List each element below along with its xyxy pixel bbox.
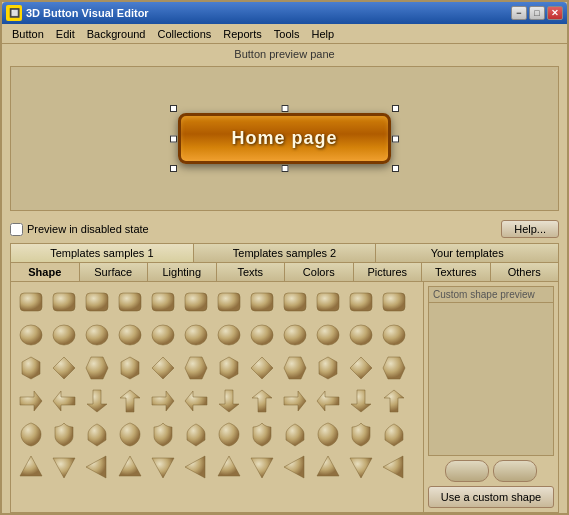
shape-item[interactable] bbox=[114, 451, 146, 483]
shape-item[interactable] bbox=[15, 286, 47, 318]
shape-item[interactable] bbox=[147, 286, 179, 318]
shape-item[interactable] bbox=[81, 451, 113, 483]
shape-item[interactable] bbox=[180, 418, 212, 450]
subtab-lighting[interactable]: Lighting bbox=[148, 263, 217, 281]
shape-item[interactable] bbox=[312, 418, 344, 450]
shape-item[interactable] bbox=[345, 418, 377, 450]
shape-small-btn-1[interactable] bbox=[445, 460, 489, 482]
shape-item[interactable] bbox=[213, 418, 245, 450]
shape-item[interactable] bbox=[48, 352, 80, 384]
shape-item[interactable] bbox=[279, 352, 311, 384]
disabled-state-checkbox-label[interactable]: Preview in disabled state bbox=[10, 223, 149, 236]
shape-item[interactable] bbox=[15, 418, 47, 450]
shape-item[interactable] bbox=[48, 385, 80, 417]
help-button[interactable]: Help... bbox=[501, 220, 559, 238]
menu-reports[interactable]: Reports bbox=[217, 26, 268, 42]
shape-item[interactable] bbox=[114, 418, 146, 450]
shape-item[interactable] bbox=[180, 451, 212, 483]
shape-item[interactable] bbox=[345, 352, 377, 384]
shape-item[interactable] bbox=[114, 286, 146, 318]
menu-collections[interactable]: Collections bbox=[152, 26, 218, 42]
menu-edit[interactable]: Edit bbox=[50, 26, 81, 42]
shape-item[interactable] bbox=[15, 451, 47, 483]
shape-item[interactable] bbox=[81, 385, 113, 417]
shape-item[interactable] bbox=[114, 385, 146, 417]
shape-item[interactable] bbox=[246, 319, 278, 351]
shape-item[interactable] bbox=[246, 352, 278, 384]
shape-item[interactable] bbox=[312, 286, 344, 318]
shape-item[interactable] bbox=[114, 352, 146, 384]
shape-item[interactable] bbox=[180, 319, 212, 351]
shape-item[interactable] bbox=[147, 319, 179, 351]
shape-item[interactable] bbox=[15, 319, 47, 351]
shape-item[interactable] bbox=[345, 286, 377, 318]
shape-item[interactable] bbox=[48, 418, 80, 450]
shape-item[interactable] bbox=[378, 451, 410, 483]
shape-item[interactable] bbox=[81, 286, 113, 318]
shape-item[interactable] bbox=[147, 418, 179, 450]
shape-item[interactable] bbox=[345, 319, 377, 351]
shape-item[interactable] bbox=[81, 319, 113, 351]
disabled-state-checkbox[interactable] bbox=[10, 223, 23, 236]
shape-item[interactable] bbox=[147, 451, 179, 483]
subtab-shape[interactable]: Shape bbox=[11, 263, 80, 281]
use-custom-shape-button[interactable]: Use a custom shape bbox=[428, 486, 554, 508]
shape-item[interactable] bbox=[345, 385, 377, 417]
shape-item[interactable] bbox=[378, 385, 410, 417]
shape-item[interactable] bbox=[213, 451, 245, 483]
shape-item[interactable] bbox=[312, 352, 344, 384]
template-tab-1[interactable]: Templates samples 1 bbox=[11, 244, 194, 262]
shape-item[interactable] bbox=[279, 385, 311, 417]
shape-item[interactable] bbox=[312, 385, 344, 417]
shape-item[interactable] bbox=[81, 352, 113, 384]
subtab-pictures[interactable]: Pictures bbox=[354, 263, 423, 281]
shape-item[interactable] bbox=[246, 385, 278, 417]
shape-item[interactable] bbox=[48, 319, 80, 351]
template-tab-2[interactable]: Templates samples 2 bbox=[194, 244, 377, 262]
shape-item[interactable] bbox=[114, 319, 146, 351]
shape-item[interactable] bbox=[213, 385, 245, 417]
subtab-surface[interactable]: Surface bbox=[80, 263, 149, 281]
shape-item[interactable] bbox=[279, 451, 311, 483]
shape-small-btn-2[interactable] bbox=[493, 460, 537, 482]
minimize-button[interactable]: − bbox=[511, 6, 527, 20]
menu-help[interactable]: Help bbox=[306, 26, 341, 42]
shape-item[interactable] bbox=[279, 286, 311, 318]
shape-item[interactable] bbox=[180, 385, 212, 417]
shape-item[interactable] bbox=[48, 286, 80, 318]
shape-item[interactable] bbox=[147, 352, 179, 384]
shape-item[interactable] bbox=[246, 451, 278, 483]
subtab-others[interactable]: Others bbox=[491, 263, 559, 281]
menu-button[interactable]: Button bbox=[6, 26, 50, 42]
shape-item[interactable] bbox=[180, 286, 212, 318]
shape-item[interactable] bbox=[378, 352, 410, 384]
shape-item[interactable] bbox=[246, 286, 278, 318]
shape-item[interactable] bbox=[378, 319, 410, 351]
shape-item[interactable] bbox=[246, 418, 278, 450]
shape-item[interactable] bbox=[312, 319, 344, 351]
shape-item[interactable] bbox=[279, 418, 311, 450]
shape-item[interactable] bbox=[378, 418, 410, 450]
shape-item[interactable] bbox=[147, 385, 179, 417]
shape-item[interactable] bbox=[213, 286, 245, 318]
close-button[interactable]: ✕ bbox=[547, 6, 563, 20]
shape-item[interactable] bbox=[15, 352, 47, 384]
shape-item[interactable] bbox=[378, 286, 410, 318]
shape-item[interactable] bbox=[312, 451, 344, 483]
shape-item[interactable] bbox=[345, 451, 377, 483]
subtab-texts[interactable]: Texts bbox=[217, 263, 286, 281]
menu-tools[interactable]: Tools bbox=[268, 26, 306, 42]
shape-item[interactable] bbox=[180, 352, 212, 384]
subtab-colors[interactable]: Colors bbox=[285, 263, 354, 281]
maximize-button[interactable]: □ bbox=[529, 6, 545, 20]
menu-background[interactable]: Background bbox=[81, 26, 152, 42]
shape-item[interactable] bbox=[81, 418, 113, 450]
shape-item[interactable] bbox=[48, 451, 80, 483]
subtab-textures[interactable]: Textures bbox=[422, 263, 491, 281]
template-tab-3[interactable]: Your templates bbox=[376, 244, 558, 262]
shape-item[interactable] bbox=[213, 319, 245, 351]
shape-item[interactable] bbox=[213, 352, 245, 384]
preview-button[interactable]: Home page bbox=[178, 113, 390, 164]
shape-item[interactable] bbox=[15, 385, 47, 417]
shape-item[interactable] bbox=[279, 319, 311, 351]
